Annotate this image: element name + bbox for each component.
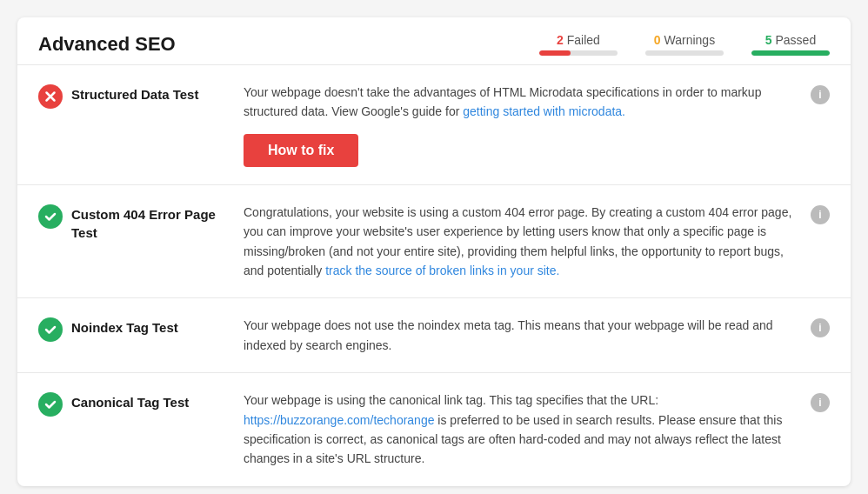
canonical-link[interactable]: https://buzzorange.com/techorange: [244, 413, 434, 427]
failed-progress-fill: [539, 50, 571, 56]
test-row-noindex: Noindex Tag Test Your webpage does not u…: [17, 298, 851, 373]
x-icon: [43, 90, 57, 103]
test-left-custom-404: Custom 404 Error Page Test: [38, 203, 230, 242]
stat-passed: 5 Passed: [751, 33, 830, 56]
test-content-custom-404: Congratulations, your website is using a…: [244, 203, 797, 281]
test-name-noindex: Noindex Tag Test: [71, 316, 178, 337]
warnings-label: 0 Warnings: [654, 33, 715, 47]
info-icon-canonical[interactable]: i: [811, 393, 830, 412]
info-icon-structured-data[interactable]: i: [811, 85, 830, 104]
test-row-custom-404: Custom 404 Error Page Test Congratulatio…: [17, 185, 851, 299]
failed-text: Failed: [567, 33, 600, 47]
structured-data-link[interactable]: getting started with microdata.: [463, 104, 625, 118]
noindex-desc: Your webpage does not use the noindex me…: [244, 318, 773, 351]
stat-warnings: 0 Warnings: [645, 33, 724, 56]
card-header: Advanced SEO 2 Failed 0 Warnings: [17, 17, 851, 65]
page-title: Advanced SEO: [38, 33, 176, 56]
pass-icon-canonical: [38, 392, 63, 417]
warnings-count: 0: [654, 33, 661, 47]
check-icon-noindex: [43, 323, 57, 337]
check-icon-canonical: [43, 397, 57, 411]
test-name-canonical: Canonical Tag Test: [71, 391, 189, 411]
test-left-structured-data: Structured Data Test: [38, 83, 230, 109]
test-left-canonical: Canonical Tag Test: [38, 391, 230, 417]
pass-icon-custom-404: [38, 204, 63, 229]
test-name-custom-404: Custom 404 Error Page Test: [71, 203, 230, 242]
seo-card: Advanced SEO 2 Failed 0 Warnings: [17, 17, 851, 486]
canonical-desc: Your webpage is using the canonical link…: [244, 393, 658, 407]
stats-row: 2 Failed 0 Warnings 5 Passed: [539, 33, 830, 56]
failed-count: 2: [557, 33, 564, 47]
info-icon-custom-404[interactable]: i: [811, 205, 830, 224]
passed-label: 5 Passed: [765, 33, 816, 47]
test-content-structured-data: Your webpage doesn't take the advantages…: [244, 83, 797, 167]
failed-progress-bar: [539, 50, 618, 56]
passed-count: 5: [765, 33, 772, 47]
fail-icon-structured-data: [38, 84, 63, 109]
warnings-progress-bar: [645, 50, 724, 56]
custom-404-link[interactable]: track the source of broken links in your…: [325, 264, 559, 277]
pass-icon-noindex: [38, 317, 63, 342]
how-to-fix-button[interactable]: How to fix: [244, 134, 358, 167]
info-icon-noindex[interactable]: i: [811, 318, 830, 337]
failed-label: 2 Failed: [557, 33, 600, 47]
passed-text: Passed: [775, 33, 816, 47]
passed-progress-bar: [751, 50, 830, 56]
test-content-noindex: Your webpage does not use the noindex me…: [244, 316, 797, 355]
test-row-canonical: Canonical Tag Test Your webpage is using…: [17, 373, 851, 486]
passed-progress-fill: [751, 50, 830, 56]
test-row-structured-data: Structured Data Test Your webpage doesn'…: [17, 65, 851, 185]
test-content-canonical: Your webpage is using the canonical link…: [244, 391, 797, 469]
stat-failed: 2 Failed: [539, 33, 618, 56]
warnings-text: Warnings: [664, 33, 716, 47]
test-name-structured-data: Structured Data Test: [71, 83, 198, 103]
test-left-noindex: Noindex Tag Test: [38, 316, 230, 342]
check-icon: [43, 210, 57, 224]
